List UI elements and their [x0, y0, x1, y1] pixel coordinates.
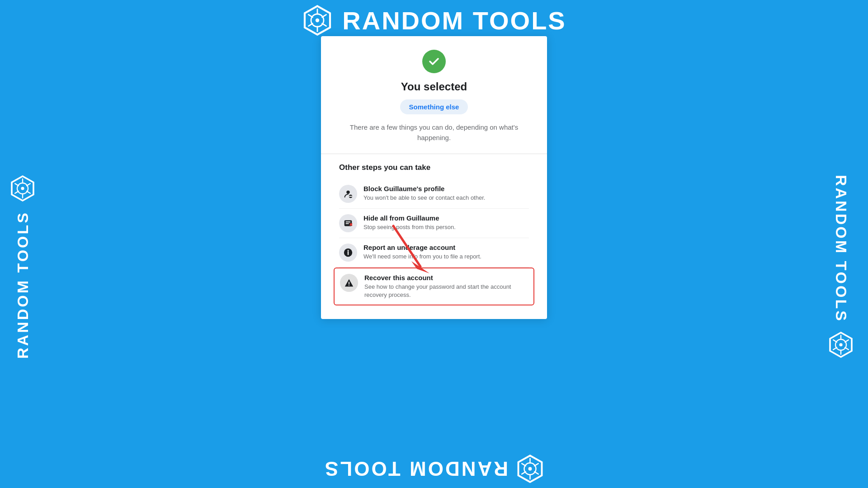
watermark-left-text: RANDOM TOOLS: [14, 211, 32, 359]
watermark-bottom-icon: [515, 454, 545, 483]
watermark-bottom-text: RANDOM TOOLS: [323, 458, 508, 480]
card-bottom: Other steps you can take Block Guillaume…: [321, 154, 547, 319]
info-icon: [339, 244, 357, 262]
watermark-bottom: RANDOM TOOLS: [323, 454, 545, 483]
success-check-circle: [422, 50, 446, 73]
main-card: You selected Something else There are a …: [321, 36, 547, 319]
action-recover-text: Recover this account See how to change y…: [364, 274, 528, 299]
action-hide-text: Hide all from Guillaume Stop seeing post…: [363, 214, 456, 231]
svg-point-26: [839, 343, 842, 347]
watermark-right: RANDOM TOOLS: [814, 45, 868, 488]
watermark-left: RANDOM TOOLS: [0, 45, 45, 488]
action-hide-title: Hide all from Guillaume: [363, 214, 456, 222]
action-block-desc: You won't be able to see or contact each…: [363, 194, 485, 202]
action-block-text: Block Guillaume's profile You won't be a…: [363, 185, 485, 202]
warning-icon: [340, 274, 358, 292]
card-top: You selected Something else There are a …: [321, 36, 547, 154]
header-title: RANDOM TOOLS: [342, 6, 566, 35]
card-subtitle: There are a few things you can do, depen…: [339, 122, 529, 143]
svg-point-35: [528, 467, 532, 471]
action-report-desc: We'll need some info from you to file a …: [363, 253, 481, 261]
logo-icon: [302, 5, 333, 36]
watermark-right-icon: [827, 331, 854, 358]
svg-point-17: [21, 187, 24, 190]
action-recover-desc: See how to change your password and star…: [364, 283, 528, 299]
action-block-profile[interactable]: Block Guillaume's profile You won't be a…: [339, 179, 529, 209]
svg-point-46: [348, 250, 349, 251]
watermark-left-icon: [9, 175, 36, 202]
svg-point-36: [346, 191, 349, 194]
you-selected-title: You selected: [339, 80, 529, 93]
header: RANDOM TOOLS: [0, 0, 868, 41]
action-report-title: Report an underage account: [363, 244, 481, 251]
action-recover-account[interactable]: Recover this account See how to change y…: [334, 267, 534, 305]
action-block-title: Block Guillaume's profile: [363, 185, 485, 192]
action-hide-posts[interactable]: Hide all from Guillaume Stop seeing post…: [339, 209, 529, 238]
svg-point-48: [349, 285, 349, 286]
block-user-icon: [339, 185, 357, 203]
action-hide-desc: Stop seeing posts from this person.: [363, 223, 456, 231]
svg-point-8: [316, 19, 319, 22]
action-report-text: Report an underage account We'll need so…: [363, 244, 481, 261]
watermark-right-text: RANDOM TOOLS: [832, 175, 850, 323]
hide-posts-icon: [339, 214, 357, 232]
action-recover-title: Recover this account: [364, 274, 528, 282]
check-icon: [428, 55, 440, 68]
selected-option-badge: Something else: [400, 99, 468, 114]
action-report-underage[interactable]: Report an underage account We'll need so…: [339, 238, 529, 267]
section-title: Other steps you can take: [339, 163, 529, 172]
